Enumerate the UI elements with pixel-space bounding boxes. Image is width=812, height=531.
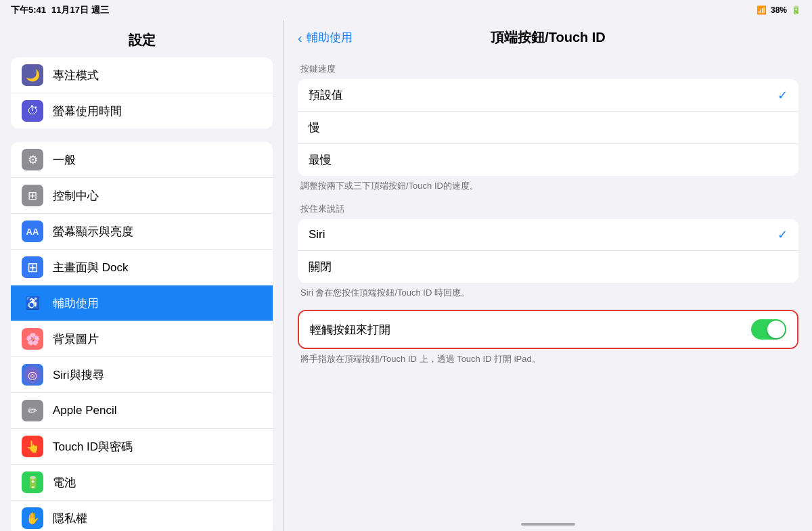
sidebar-label-applepencil: Apple Pencil [53,404,117,417]
section-footer-keyspeed: 調整按兩下或三下頂端按鈕/Touch ID的速度。 [300,180,796,192]
sidebar-item-privacy[interactable]: ✋ 隱私權 [11,501,273,531]
toggle-knob [767,321,785,338]
sidebar-item-siri[interactable]: ◎ Siri與搜尋 [11,357,273,393]
row-label-slowest: 最慢 [309,152,332,168]
back-button[interactable]: ‹ 輔助使用 [298,30,353,45]
sidebar-label-homescreen: 主畫面與 Dock [53,260,128,275]
section-label-keyspeed: 按鍵速度 [300,63,798,75]
siri-icon: ◎ [22,364,43,386]
sidebar-item-touchid[interactable]: 👆 Touch ID與密碼 [11,429,273,465]
display-icon: AA [22,221,43,242]
wallpaper-icon: 🌸 [22,328,43,350]
checkmark-default: ✓ [777,88,788,103]
section-footer-taptoopen: 將手指放在頂端按鈕/Touch ID 上，透過 Touch ID 打開 iPad… [300,353,796,365]
sidebar-item-battery[interactable]: 🔋 電池 [11,465,273,501]
settings-group-keyspeed: 預設值 ✓ 慢 最慢 [298,79,798,176]
main-layout: 設定 🌙 專注模式 ⏱ 螢幕使用時間 ⚙ 一般 ⊞ 控制中心 AA [0,20,812,531]
row-off[interactable]: 關閉 [298,251,798,283]
sidebar-label-screentime: 螢幕使用時間 [53,103,122,119]
content-panel: ‹ 輔助使用 頂端按鈕/Touch ID 按鍵速度 預設值 ✓ 慢 最慢 調整按 [284,20,812,531]
scrollbar-indicator [521,523,575,526]
sidebar-label-wallpaper: 背景圖片 [53,331,99,347]
sidebar-item-controlcenter[interactable]: ⊞ 控制中心 [11,178,273,214]
homescreen-icon: ⊞ [22,256,43,278]
row-label-taptoopen: 輕觸按鈕來打開 [310,322,390,338]
sidebar-item-homescreen[interactable]: ⊞ 主畫面與 Dock [11,250,273,285]
row-slowest[interactable]: 最慢 [298,144,798,176]
sidebar-item-general[interactable]: ⚙ 一般 [11,142,273,178]
row-slow[interactable]: 慢 [298,112,798,144]
status-bar: 下午5:41 11月17日 週三 📶 38% 🔋 [0,0,812,20]
sidebar-title: 設定 [0,20,284,57]
sidebar-item-wallpaper[interactable]: 🌸 背景圖片 [11,321,273,357]
sidebar-item-display[interactable]: AA 螢幕顯示與亮度 [11,214,273,250]
row-label-slow: 慢 [309,120,320,135]
status-time-date: 下午5:41 11月17日 週三 [11,4,109,16]
settings-group-presstotalk: Siri ✓ 關閉 [298,219,798,283]
wifi-icon: 📶 [757,5,767,15]
row-label-off: 關閉 [309,259,332,275]
sidebar-label-touchid: Touch ID與密碼 [53,439,133,455]
sidebar-label-siri: Siri與搜尋 [53,367,104,383]
section-label-presstotalk: 按住來說話 [300,203,798,215]
touchid-icon: 👆 [22,436,43,457]
sidebar-group-2: ⚙ 一般 ⊞ 控制中心 AA 螢幕顯示與亮度 ⊞ 主畫面與 Dock ♿ 輔助使… [11,142,273,531]
sidebar-item-screentime[interactable]: ⏱ 螢幕使用時間 [11,93,273,129]
sidebar-label-privacy: 隱私權 [53,511,87,526]
battery-icon: 🔋 [791,5,801,15]
general-icon: ⚙ [22,149,43,170]
sidebar-label-controlcenter: 控制中心 [53,188,99,204]
battery-percent: 38% [771,5,787,15]
content-title: 頂端按鈕/Touch ID [491,28,606,47]
sidebar-label-battery: 電池 [53,475,76,490]
back-label: 輔助使用 [307,30,353,45]
sidebar-item-accessibility[interactable]: ♿ 輔助使用 [11,285,273,321]
status-time: 下午5:41 [11,4,46,16]
row-default[interactable]: 預設值 ✓ [298,79,798,112]
content-header: ‹ 輔助使用 頂端按鈕/Touch ID [284,20,812,52]
status-indicators: 📶 38% 🔋 [757,5,801,15]
screentime-icon: ⏱ [22,100,43,122]
applepencil-icon: ✏ [22,400,43,421]
sidebar-label-accessibility: 輔助使用 [53,296,99,311]
sidebar-group-1: 🌙 專注模式 ⏱ 螢幕使用時間 [11,57,273,129]
back-chevron-icon: ‹ [298,31,302,45]
section-footer-presstotalk: Siri 會在您按住頂端按鈕/Touch ID 時回應。 [300,287,796,299]
row-taptoopen[interactable]: 輕觸按鈕來打開 [299,311,797,348]
checkmark-siri: ✓ [777,227,788,242]
toggle-taptoopen[interactable] [751,319,786,340]
focus-icon: 🌙 [22,64,43,86]
privacy-icon: ✋ [22,507,43,529]
sidebar-label-display: 螢幕顯示與亮度 [53,224,133,239]
content-body: 按鍵速度 預設值 ✓ 慢 最慢 調整按兩下或三下頂端按鈕/Touch ID的速度… [284,52,812,517]
sidebar-item-focus[interactable]: 🌙 專注模式 [11,57,273,93]
battery-icon-sidebar: 🔋 [22,471,43,493]
status-date: 11月17日 週三 [51,4,109,16]
accessibility-icon: ♿ [22,292,43,314]
sidebar-item-applepencil[interactable]: ✏ Apple Pencil [11,393,273,429]
row-label-default: 預設值 [309,87,343,103]
sidebar: 設定 🌙 專注模式 ⏱ 螢幕使用時間 ⚙ 一般 ⊞ 控制中心 AA [0,20,284,531]
settings-group-taptoopen-highlighted: 輕觸按鈕來打開 [298,310,798,349]
row-siri[interactable]: Siri ✓ [298,219,798,251]
row-label-siri: Siri [309,228,325,241]
sidebar-label-focus: 專注模式 [53,68,99,83]
sidebar-label-general: 一般 [53,152,76,168]
controlcenter-icon: ⊞ [22,185,43,206]
